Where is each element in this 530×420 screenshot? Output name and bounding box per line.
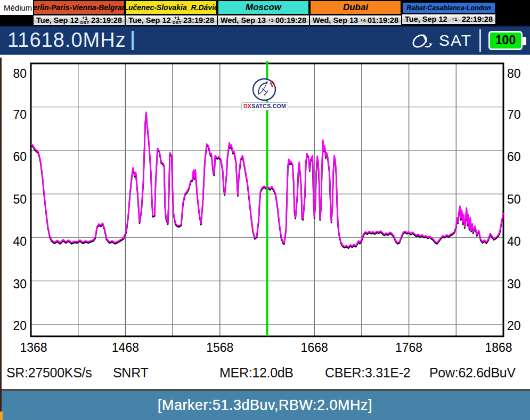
time-text: 23:19:28 [91, 16, 122, 25]
date-text: Wed, Sep 13 [313, 16, 358, 25]
bezel-edge [0, 58, 2, 420]
time-cell: Wed, Sep 13 +4 01:19:28 [309, 15, 402, 26]
utc-offset: +1DST [80, 15, 89, 25]
utc-offset: +4 [360, 18, 366, 23]
clock-dubai: Dubai Wed, Sep 13 +4 01:19:28 [309, 0, 402, 26]
y-axis-label-right: 30 [507, 277, 521, 291]
x-axis-label: 1368 [20, 341, 47, 354]
y-axis-label-right: 80 [507, 67, 521, 80]
x-axis-label: 1568 [206, 341, 233, 354]
x-axis-label: 1768 [395, 341, 422, 354]
mer-value: MER:12.0dB [219, 365, 293, 381]
power-value: Pow:62.6dBuV [429, 365, 516, 381]
time-text: 23:19:28 [183, 16, 214, 25]
clock-moscow: Moscow Wed, Sep 13 +3 00:19:28 [217, 0, 309, 26]
world-clock-bar: Médium Berlin-Paris-Vienna-Belgrade Tue,… [0, 0, 530, 26]
city-label: Dubai [309, 0, 402, 15]
satellite-dish-icon [411, 30, 435, 51]
x-axis-label: 1668 [301, 341, 328, 354]
marker-bar: [Marker:51.3dBuv,RBW:2.0MHz] [0, 389, 530, 420]
marker-readout: [Marker:51.3dBuv,RBW:2.0MHz] [158, 397, 372, 414]
y-axis-label-right: 70 [507, 108, 521, 122]
y-axis-label-left: 70 [13, 108, 27, 122]
city-label: Rabat-Casablanca-London [402, 2, 496, 14]
date-text: Tue, Sep 12 [128, 16, 171, 25]
date-text: Tue, Sep 12 [405, 15, 447, 23]
x-axis-label: 1468 [112, 341, 139, 354]
mode-label: Médium [0, 0, 33, 15]
dxsatcs-watermark: DXSATCS.COM [238, 77, 291, 110]
mode-filler [0, 15, 33, 26]
bezel-corner-chip [0, 411, 3, 420]
clock-rabat: Rabat-Casablanca-London Tue, Sep 12 +1 2… [402, 0, 496, 26]
frequency-bar-right: SAT 100 [411, 29, 523, 52]
time-text: 22:19:28 [462, 15, 493, 23]
topbar-filler [496, 0, 530, 26]
cber-value: CBER:3.31E-2 [325, 365, 410, 381]
battery-nub [523, 37, 526, 45]
time-cell: Tue, Sep 12 +1DST 23:19:28 [33, 15, 125, 26]
divider [479, 29, 481, 52]
y-axis-label-left: 40 [13, 235, 27, 248]
dxsatcs-logo-icon [251, 77, 278, 102]
frequency-readout[interactable]: 11618.0MHz [7, 29, 126, 52]
y-axis-label-left: 60 [13, 150, 27, 164]
clock-berlin: Berlin-Paris-Vienna-Belgrade Tue, Sep 12… [33, 0, 125, 26]
spectrum-analyzer-screen: Médium Berlin-Paris-Vienna-Belgrade Tue,… [0, 0, 530, 420]
time-cell: Tue, Sep 12 +1DST 23:19:28 [125, 15, 217, 26]
time-cell: Wed, Sep 13 +3 00:19:28 [217, 15, 309, 26]
sat-mode-label: SAT [439, 31, 472, 50]
y-axis-label-left: 20 [13, 319, 27, 333]
city-label: Moscow [217, 0, 309, 15]
y-axis-label-left: 80 [13, 67, 27, 80]
utc-offset: +1DST [173, 15, 182, 25]
time-cell: Tue, Sep 12 +1 22:19:28 [402, 14, 496, 25]
y-axis-label-left: 30 [13, 277, 27, 291]
time-text: 00:19:28 [275, 16, 306, 25]
date-text: Tue, Sep 12 [36, 16, 79, 25]
y-axis-label-right: 40 [507, 235, 521, 248]
clock-lucenec: Lučenec-Slovakia_R.Dávid Tue, Sep 12 +1D… [125, 0, 217, 26]
city-label: Lučenec-Slovakia_R.Dávid [125, 0, 217, 15]
battery-level: 100 [495, 33, 516, 47]
text-cursor-icon [132, 31, 134, 50]
x-axis-label: 1868 [485, 341, 512, 354]
symbol-rate-value: SR:27500KS/s [6, 365, 92, 381]
y-axis-label-right: 20 [507, 319, 521, 333]
utc-offset: +3 [268, 18, 274, 23]
status-row: SR:27500KS/s SNRT MER:12.0dB CBER:3.31E-… [0, 359, 530, 389]
y-axis-label-left: 50 [13, 192, 27, 206]
battery-indicator: 100 [488, 31, 523, 50]
y-axis-label-right: 60 [507, 150, 521, 164]
y-axis-label-right: 50 [507, 192, 521, 206]
date-text: Wed, Sep 13 [221, 16, 266, 25]
utc-offset: +1 [452, 17, 458, 22]
time-text: 01:19:28 [368, 16, 398, 25]
spectrum-chart: 8080707060605050404030302020136814681568… [0, 55, 530, 359]
frequency-bar: 11618.0MHz SAT 100 [0, 26, 530, 55]
network-name: SNRT [113, 365, 148, 381]
city-label: Berlin-Paris-Vienna-Belgrade [33, 0, 125, 15]
dxsatcs-logo-text: DXSATCS.COM [241, 102, 288, 110]
mode-column: Médium [0, 0, 33, 26]
